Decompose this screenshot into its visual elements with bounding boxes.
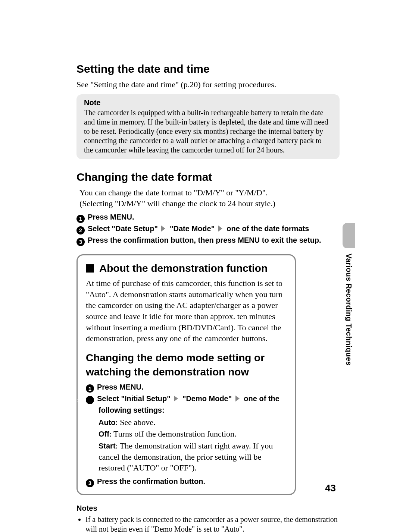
date-format-line1: You can change the date format to "D/M/Y… xyxy=(76,187,340,198)
demo-step-2: 2Select "Initial Setup" "Demo Mode" one … xyxy=(86,393,287,416)
heading-setting-date-time: Setting the date and time xyxy=(76,62,340,77)
date-format-step-1: 1Press MENU. xyxy=(76,211,340,223)
page-number: 43 xyxy=(325,482,336,495)
breadcrumb-arrow-icon xyxy=(218,226,222,232)
breadcrumb-arrow-icon xyxy=(161,226,165,232)
demonstration-box: About the demonstration function At time… xyxy=(76,254,296,495)
demo-step-3: 3Press the confirmation button. xyxy=(86,476,287,487)
demo-setting-off: Off: Turns off the demonstration functio… xyxy=(99,428,287,440)
heading-changing-demo-mode: Changing the demo mode setting or watchi… xyxy=(86,351,287,379)
date-format-step-2: 2Select "Date Setup" "Date Mode" one of … xyxy=(76,223,340,234)
notes-title: Notes xyxy=(76,503,340,513)
step-number-3-icon: 3 xyxy=(86,479,94,487)
setting-date-time-intro: See "Setting the date and time" (p.20) f… xyxy=(76,79,340,90)
step-number-3-icon: 3 xyxy=(76,238,85,246)
section-side-label: Various Recording Techniques xyxy=(344,254,354,365)
section-square-icon xyxy=(86,264,94,273)
manual-page: Various Recording Techniques Setting the… xyxy=(0,0,403,532)
note-box-battery: Note The camcorder is equipped with a bu… xyxy=(76,94,340,159)
step-number-2-icon: 2 xyxy=(76,226,85,234)
section-side-tab xyxy=(343,223,355,248)
date-format-line2: (Selecting "D/M/Y" will change the clock… xyxy=(76,198,340,209)
notes-demonstration: Notes If a battery pack is connected to … xyxy=(76,503,340,532)
breadcrumb-arrow-icon xyxy=(174,396,178,402)
demo-step-1: 1Press MENU. xyxy=(86,381,287,393)
demonstration-body: At time of purchase of this camcorder, t… xyxy=(86,278,287,344)
step-number-2-icon: 2 xyxy=(86,396,94,404)
note-title: Note xyxy=(84,98,332,107)
heading-changing-date-format: Changing the date format xyxy=(76,170,340,185)
demo-settings-list: Auto: See above. Off: Turns off the demo… xyxy=(86,417,287,473)
demo-setting-start: Start: The demonstration will start righ… xyxy=(99,440,287,473)
step-number-1-icon: 1 xyxy=(76,215,85,223)
notes-item-1: If a battery pack is connected to the ca… xyxy=(85,515,340,532)
step-number-1-icon: 1 xyxy=(86,384,94,393)
heading-about-demonstration: About the demonstration function xyxy=(86,261,287,276)
demo-setting-auto: Auto: See above. xyxy=(99,417,287,428)
breadcrumb-arrow-icon xyxy=(235,396,240,402)
note-body: The camcorder is equipped with a built-i… xyxy=(84,108,332,155)
date-format-step-3: 3Press the confirmation button, then pre… xyxy=(76,234,340,246)
